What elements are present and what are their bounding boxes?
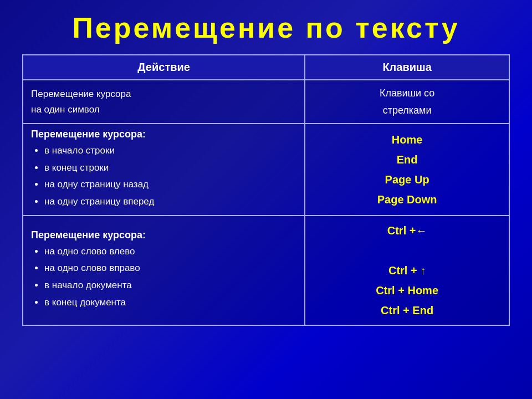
- main-table: Действие Клавиша Перемещение курсорана о…: [22, 54, 510, 326]
- key-cell-2: HomeEndPage UpPage Down: [305, 124, 509, 215]
- list-item: на одно слово вправо: [44, 260, 296, 277]
- table-row: Перемещение курсора: в начало строки в к…: [23, 124, 509, 215]
- list-item: в конец документа: [44, 294, 296, 311]
- key-cell-1: Клавиши сострелками: [305, 80, 509, 124]
- table-row: Перемещение курсора: на одно слово влево…: [23, 216, 509, 325]
- bullet-list-3: на одно слово влево на одно слово вправо…: [31, 243, 296, 311]
- table-row: Перемещение курсорана один символ Клавиш…: [23, 80, 509, 124]
- header-key: Клавиша: [305, 55, 509, 80]
- key-cell-3: Ctrl +←Ctrl + ↑Ctrl + HomeCtrl + End: [305, 216, 509, 325]
- header-action: Действие: [23, 55, 305, 80]
- action-text-1: Перемещение курсорана один символ: [31, 89, 131, 114]
- bullet-list-2: в начало строки в конец строки на одну с…: [31, 142, 296, 210]
- key-text-3: Ctrl +←Ctrl + ↑Ctrl + HomeCtrl + End: [313, 221, 501, 320]
- list-item: в конец строки: [44, 160, 296, 177]
- key-text-1: Клавиши сострелками: [380, 88, 434, 116]
- action-cell-2: Перемещение курсора: в начало строки в к…: [23, 124, 305, 215]
- list-item: на одну страницу назад: [44, 176, 296, 193]
- key-text-2: HomeEndPage UpPage Down: [313, 130, 501, 209]
- action-heading-3: Перемещение курсора:: [31, 229, 296, 241]
- list-item: в начало документа: [44, 277, 296, 294]
- action-heading-2: Перемещение курсора:: [31, 129, 296, 140]
- action-cell-1: Перемещение курсорана один символ: [23, 80, 305, 124]
- page-title: Перемещение по тексту: [72, 11, 459, 44]
- list-item: в начало строки: [44, 142, 296, 160]
- list-item: на одно слово влево: [44, 243, 296, 260]
- action-cell-3: Перемещение курсора: на одно слово влево…: [23, 216, 305, 325]
- list-item: на одну страницу вперед: [44, 193, 296, 211]
